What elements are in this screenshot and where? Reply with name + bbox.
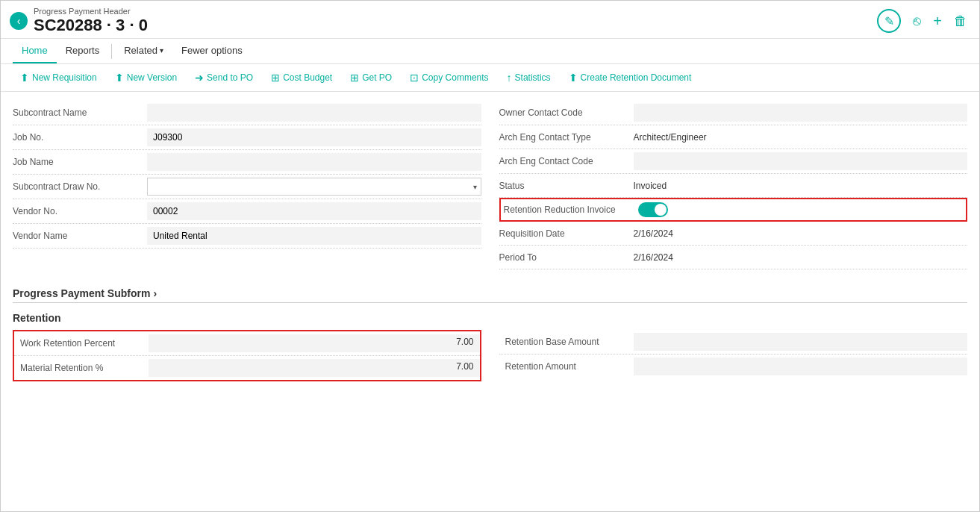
work-retention-percent-label: Work Retention Percent [14, 338, 149, 349]
status-row: Status Invoiced [499, 174, 968, 198]
material-retention-percent-label: Material Retention % [14, 363, 149, 373]
new-requisition-button[interactable]: ⬆ New Requisition [13, 69, 104, 87]
tab-fewer-options[interactable]: Fewer options [172, 39, 252, 63]
retention-reduction-invoice-toggle[interactable] [638, 202, 668, 217]
owner-contact-code-input[interactable] [634, 104, 968, 122]
right-form-column: Owner Contact Code Arch Eng Contact Type… [499, 101, 968, 269]
retention-reduction-invoice-toggle-wrapper [638, 202, 668, 217]
work-retention-percent-value: 7.00 [149, 334, 480, 352]
page-subtitle: Progress Payment Header [34, 7, 871, 16]
retention-right-column: Retention Base Amount Retention Amount [499, 330, 968, 381]
job-name-row: Job Name [13, 150, 481, 175]
retention-reduction-invoice-label: Retention Reduction Invoice [504, 205, 638, 215]
vendor-no-row: Vendor No. [13, 199, 481, 224]
action-toolbar: ⬆ New Requisition ⬆ New Version ➜ Send t… [1, 64, 979, 92]
share-icon[interactable]: ⎋ [913, 13, 921, 29]
tab-reports[interactable]: Reports [57, 39, 109, 63]
job-name-input[interactable] [147, 153, 481, 171]
owner-contact-code-label: Owner Contact Code [499, 107, 634, 118]
period-to-value: 2/16/2024 [634, 250, 968, 265]
arch-eng-contact-code-row: Arch Eng Contact Code [499, 149, 968, 174]
send-to-po-button[interactable]: ➜ Send to PO [187, 69, 260, 87]
copy-comments-icon: ⊡ [410, 72, 419, 84]
vendor-name-label: Vendor Name [13, 231, 147, 241]
back-icon: ‹ [17, 15, 21, 27]
edit-icon[interactable]: ✎ [877, 9, 901, 33]
retention-left-column: Work Retention Percent 7.00 Material Ret… [13, 330, 481, 381]
create-retention-icon: ⬆ [569, 72, 578, 84]
job-no-row: Job No. [13, 125, 481, 150]
new-requisition-icon: ⬆ [20, 72, 29, 84]
material-retention-percent-value: 7.00 [149, 359, 480, 377]
chevron-down-icon: ▾ [160, 46, 163, 54]
subform-arrow-icon: › [153, 287, 157, 299]
subcontract-name-label: Subcontract Name [13, 107, 147, 118]
vendor-name-input[interactable] [147, 227, 481, 245]
left-form-column: Subcontract Name Job No. Job Name Subcon… [13, 101, 481, 269]
nav-separator [111, 44, 112, 59]
new-version-button[interactable]: ⬆ New Version [107, 69, 184, 87]
statistics-button[interactable]: ↑ Statistics [499, 69, 558, 87]
arch-eng-contact-type-label: Arch Eng Contact Type [499, 132, 634, 143]
subcontract-draw-select-wrapper: ▾ [147, 178, 481, 196]
vendor-no-input[interactable] [147, 202, 481, 220]
get-po-button[interactable]: ⊞ Get PO [343, 69, 399, 87]
arch-eng-contact-code-input[interactable] [634, 152, 968, 170]
retention-box: Work Retention Percent 7.00 Material Ret… [13, 330, 481, 381]
job-no-input[interactable] [147, 128, 481, 146]
status-label: Status [499, 181, 634, 191]
send-to-po-icon: ➜ [195, 72, 204, 84]
subcontract-name-input[interactable] [147, 104, 481, 122]
arch-eng-contact-code-label: Arch Eng Contact Code [499, 156, 634, 166]
job-name-label: Job Name [13, 157, 147, 167]
requisition-date-label: Requisition Date [499, 228, 634, 239]
owner-contact-code-row: Owner Contact Code [499, 101, 968, 125]
retention-base-amount-row: Retention Base Amount [499, 330, 968, 355]
subcontract-draw-label: Subcontract Draw No. [13, 181, 147, 192]
retention-title: Retention [13, 312, 967, 324]
subcontract-draw-select[interactable] [147, 178, 481, 196]
material-retention-percent-row: Material Retention % 7.00 [14, 356, 480, 380]
cost-budget-button[interactable]: ⊞ Cost Budget [263, 69, 340, 87]
page-title: SC20288 · 3 · 0 [34, 16, 871, 35]
create-retention-document-button[interactable]: ⬆ Create Retention Document [561, 69, 699, 87]
delete-icon[interactable]: 🗑 [954, 13, 967, 29]
add-icon[interactable]: + [933, 13, 942, 30]
subcontract-name-row: Subcontract Name [13, 101, 481, 125]
status-value: Invoiced [634, 178, 968, 193]
retention-base-amount-label: Retention Base Amount [499, 337, 634, 347]
tab-home[interactable]: Home [13, 39, 57, 63]
retention-amount-row: Retention Amount [499, 355, 968, 378]
statistics-icon: ↑ [507, 72, 512, 84]
retention-amount-label: Retention Amount [499, 361, 634, 372]
retention-amount-value [634, 358, 968, 375]
retention-base-amount-value [634, 333, 968, 351]
retention-section: Retention Work Retention Percent 7.00 Ma… [1, 303, 979, 390]
copy-comments-button[interactable]: ⊡ Copy Comments [402, 69, 496, 87]
progress-payment-subform-header[interactable]: Progress Payment Subform › [1, 278, 979, 302]
get-po-icon: ⊞ [350, 72, 359, 84]
new-version-icon: ⬆ [115, 72, 124, 84]
cost-budget-icon: ⊞ [271, 72, 280, 84]
period-to-row: Period To 2/16/2024 [499, 246, 968, 269]
arch-eng-contact-type-row: Arch Eng Contact Type Architect/Engineer [499, 125, 968, 149]
period-to-label: Period To [499, 252, 634, 263]
subcontract-draw-row: Subcontract Draw No. ▾ [13, 175, 481, 199]
tab-related[interactable]: Related ▾ [115, 39, 172, 63]
vendor-name-row: Vendor Name [13, 224, 481, 249]
retention-reduction-invoice-row: Retention Reduction Invoice [499, 198, 968, 222]
toggle-knob [655, 204, 667, 216]
work-retention-percent-row: Work Retention Percent 7.00 [14, 331, 480, 356]
requisition-date-row: Requisition Date 2/16/2024 [499, 222, 968, 246]
job-no-label: Job No. [13, 132, 147, 143]
back-button[interactable]: ‹ [10, 12, 28, 30]
arch-eng-contact-type-value: Architect/Engineer [634, 130, 968, 145]
requisition-date-value: 2/16/2024 [634, 226, 968, 241]
vendor-no-label: Vendor No. [13, 206, 147, 216]
